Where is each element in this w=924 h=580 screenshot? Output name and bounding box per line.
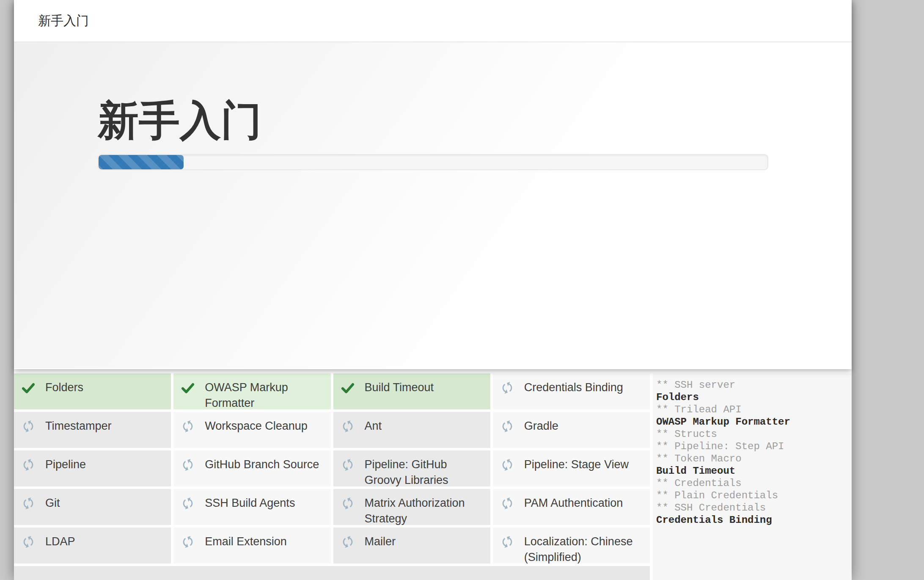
jenkins-setup-wizard-page: { "window": { "header_title": "新手入门" }, … (0, 0, 924, 580)
setup-wizard-card: 新手入门 新手入门 Folders OWASP Markup Formatter… (14, 0, 852, 580)
plugin-label: GitHub Branch Source (205, 457, 319, 472)
plugin-cell: Pipeline: Stage View (493, 450, 650, 486)
plugin-cell: Gradle (493, 412, 650, 448)
sync-spinner-icon (341, 496, 355, 511)
sync-spinner-icon (21, 535, 36, 549)
plugin-label: Mailer (365, 534, 396, 550)
log-line: ** SSH Credentials (656, 502, 847, 514)
getting-started-modal: 新手入门 新手入门 (14, 0, 852, 369)
plugin-cell: Email Extension (173, 528, 330, 563)
plugin-cell: Localization: Chinese (Simplified) (493, 528, 650, 563)
sync-spinner-icon (181, 458, 195, 472)
plugin-cell: SSH Build Agents (173, 489, 330, 525)
check-icon (341, 381, 355, 395)
sync-spinner-icon (341, 419, 355, 434)
log-line: ** Structs (656, 428, 847, 440)
plugin-cell: PAM Authentication (493, 489, 650, 525)
plugin-cell: Workspace Cleanup (173, 412, 330, 448)
plugin-label: Timestamper (45, 418, 112, 434)
plugin-label: Folders (45, 380, 83, 395)
plugin-label: Email Extension (205, 534, 287, 550)
plugin-cell: Folders (14, 373, 171, 409)
sync-spinner-icon (181, 496, 195, 511)
plugin-label: OWASP Markup Formatter (205, 380, 324, 409)
plugin-label: Ant (365, 418, 382, 434)
page-title: 新手入门 (98, 42, 768, 143)
log-line: ** Plain Credentials (656, 489, 847, 502)
sync-spinner-icon (500, 458, 514, 472)
plugin-cell: Build Timeout (333, 373, 490, 409)
log-line: Folders (656, 391, 847, 403)
plugin-label: Workspace Cleanup (205, 418, 308, 434)
plugin-cell: Credentials Binding (493, 373, 650, 409)
plugin-label: SSH Build Agents (205, 495, 295, 511)
plugin-label: Gradle (524, 418, 558, 434)
sync-spinner-icon (181, 535, 195, 549)
modal-body: 新手入门 (14, 42, 852, 368)
plugin-cell: Pipeline (14, 450, 171, 486)
log-line: ** Credentials (656, 477, 847, 489)
log-line: OWASP Markup Formatter (656, 416, 847, 428)
plugin-cell: LDAP (14, 528, 171, 563)
plugin-cell: Pipeline: GitHub Groovy Libraries (333, 450, 490, 486)
grid-footer (14, 566, 650, 580)
plugin-label: Git (45, 495, 60, 511)
plugin-label: Pipeline: GitHub Groovy Libraries (365, 457, 484, 486)
plugin-cell: Git (14, 489, 171, 525)
plugin-install-section: Folders OWASP Markup Formatter Build Tim… (14, 369, 852, 580)
plugin-label: Localization: Chinese (Simplified) (524, 534, 643, 563)
sync-spinner-icon (341, 535, 355, 549)
log-line: ** Trilead API (656, 403, 847, 416)
log-line: ** Token Macro (656, 453, 847, 465)
install-log[interactable]: ** SSH serverFolders** Trilead APIOWASP … (653, 373, 852, 580)
sync-spinner-icon (500, 535, 514, 549)
log-line: Build Timeout (656, 465, 847, 477)
plugin-label: Build Timeout (365, 380, 434, 395)
sync-spinner-icon (500, 419, 514, 434)
plugin-label: Pipeline: Stage View (524, 457, 629, 472)
plugin-label: PAM Authentication (524, 495, 623, 511)
plugin-cell: Ant (333, 412, 490, 448)
sync-spinner-icon (500, 496, 514, 511)
sync-spinner-icon (341, 458, 355, 472)
log-line: ** SSH server (656, 379, 847, 391)
plugin-cell: Mailer (333, 528, 490, 563)
progress-fill (99, 155, 184, 169)
plugin-cell: Matrix Authorization Strategy (333, 489, 490, 525)
plugin-label: Pipeline (45, 457, 86, 472)
sync-spinner-icon (500, 381, 514, 395)
log-line: Credentials Binding (656, 514, 847, 526)
check-icon (181, 381, 195, 395)
plugin-cell: Timestamper (14, 412, 171, 448)
sync-spinner-icon (21, 458, 36, 472)
install-progress-bar (98, 154, 768, 170)
check-icon (21, 381, 36, 395)
sync-spinner-icon (21, 419, 36, 434)
plugin-cell: OWASP Markup Formatter (173, 373, 330, 409)
plugin-label: Credentials Binding (524, 380, 623, 395)
plugin-label: LDAP (45, 534, 75, 550)
plugin-grid-wrap: Folders OWASP Markup Formatter Build Tim… (14, 373, 650, 580)
plugin-label: Matrix Authorization Strategy (365, 495, 484, 525)
modal-header-title: 新手入门 (38, 12, 89, 30)
sync-spinner-icon (181, 419, 195, 434)
plugin-grid: Folders OWASP Markup Formatter Build Tim… (14, 373, 650, 563)
sync-spinner-icon (21, 496, 36, 511)
modal-header: 新手入门 (14, 0, 852, 42)
log-line: ** Pipeline: Step API (656, 440, 847, 453)
plugin-cell: GitHub Branch Source (173, 450, 330, 486)
